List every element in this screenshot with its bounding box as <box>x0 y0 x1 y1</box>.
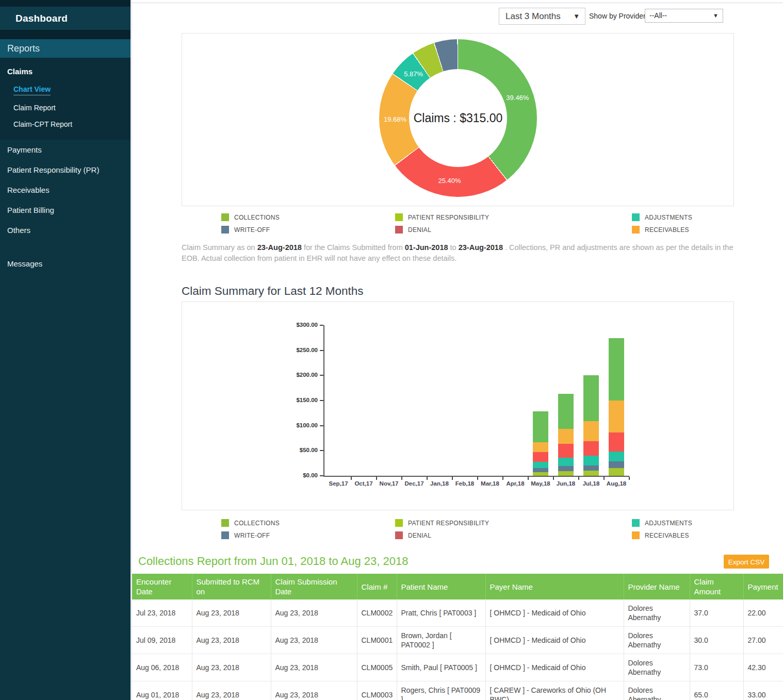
cell-provider-name: Dolores Abernathy <box>624 654 690 681</box>
legend-label: DENIAL <box>408 532 431 539</box>
table-row: Jul 23, 2018Aug 23, 2018Aug 23, 2018CLM0… <box>132 599 783 627</box>
sidebar-item-receivables[interactable]: Receivables <box>0 180 130 200</box>
note-text: for the Claims Submitted from <box>302 243 405 252</box>
legend-label: COLLECTIONS <box>234 520 280 527</box>
cell-encounter-date: Aug 01, 2018 <box>132 681 192 700</box>
legend-label: PATIENT RESPONSIBILITY <box>408 520 489 527</box>
cell-payer-name: [ CAREW ] - Careworks of Ohio (OH BWC) <box>485 681 624 700</box>
cell-patient-name: Smith, Paul [ PAT0005 ] <box>397 654 485 681</box>
bar-may-18-patient-responsibility[interactable] <box>533 472 548 476</box>
bar-may-18-collections[interactable] <box>533 411 548 442</box>
x-tick <box>376 477 377 480</box>
bar-may-18-denial[interactable] <box>533 452 548 461</box>
sidebar-item-payments[interactable]: Payments <box>0 140 130 160</box>
legend-label: WRITE-OFF <box>234 532 270 539</box>
bar-jul-18-receivables[interactable] <box>583 421 599 441</box>
note-date: 23-Aug-2018 <box>459 243 503 252</box>
y-tick-label: $250.00 <box>287 347 318 353</box>
x-tick-label: Mar,18 <box>481 480 499 487</box>
bar-aug-18-collections[interactable] <box>609 338 624 401</box>
sidebar-top-strip <box>0 0 130 7</box>
cell-claim-amount: 73.0 <box>690 654 743 681</box>
export-csv-button[interactable]: Export CSV <box>724 555 769 569</box>
bar-jun-18-collections[interactable] <box>558 394 574 429</box>
cell-claim: CLM0003 <box>357 681 397 700</box>
sidebar-section-reports[interactable]: Reports <box>0 39 130 58</box>
chart-view-link[interactable]: Chart View <box>13 85 51 95</box>
x-tick-label: Jan,18 <box>430 480 449 487</box>
legend-item-adjustments: ADJUSTMENTS <box>632 213 692 221</box>
sidebar-item-patient-responsibility[interactable]: Patient Responsibility (PR) <box>0 160 130 180</box>
sidebar-item-claim-report[interactable]: Claim Report <box>0 99 130 116</box>
legend-label: RECEIVABLES <box>645 532 689 539</box>
claim-summary-bar-chart[interactable]: $0.00$50.00$100.00$150.00$200.00$250.00$… <box>182 302 734 510</box>
x-tick <box>502 477 503 480</box>
cell-payment: 42.30 <box>743 654 783 681</box>
sidebar-item-claim-cpt-report[interactable]: Claim-CPT Report <box>0 116 130 132</box>
sidebar-item-dashboard[interactable]: Dashboard <box>0 7 130 30</box>
legend-item-collections: COLLECTIONS <box>221 213 280 221</box>
note-text: to <box>448 243 459 252</box>
x-tick-label: Nov,17 <box>380 480 399 487</box>
x-tick-label: Dec,17 <box>404 480 423 487</box>
bar-jul-18-denial[interactable] <box>583 441 599 456</box>
bar-jun-18-denial[interactable] <box>558 444 574 458</box>
y-tick <box>320 400 323 401</box>
bar-aug-18-adjustments[interactable] <box>609 452 624 461</box>
bar-may-18-receivables[interactable] <box>533 442 548 452</box>
y-tick-label: $150.00 <box>287 397 318 403</box>
cell-claim-amount: 37.0 <box>690 599 743 627</box>
table-header-row: Encounter DateSubmitted to RCM onClaim S… <box>132 574 783 599</box>
provider-dropdown[interactable]: --All-- ▼ <box>645 9 723 23</box>
cell-payment: 27.00 <box>743 627 783 654</box>
cell-submitted-to-rcm-on: Aug 23, 2018 <box>192 654 271 681</box>
bar-jul-18-adjustments[interactable] <box>583 456 599 465</box>
bar-aug-18-receivables[interactable] <box>609 401 624 432</box>
cell-claim-submission-date: Aug 23, 2018 <box>271 627 357 654</box>
bar-jul-18-collections[interactable] <box>583 375 599 421</box>
column-header-claim: Claim # <box>357 574 397 599</box>
bar-aug-18-write-off[interactable] <box>609 461 624 469</box>
cell-provider-name: Dolores Abernathy <box>624 681 690 700</box>
cell-encounter-date: Jul 23, 2018 <box>132 599 192 627</box>
donut-legend: COLLECTIONSPATIENT RESPONSIBILITYADJUSTM… <box>132 213 783 240</box>
cell-submitted-to-rcm-on: Aug 23, 2018 <box>192 681 271 700</box>
cell-submitted-to-rcm-on: Aug 23, 2018 <box>192 599 271 627</box>
table-row: Aug 06, 2018Aug 23, 2018Aug 23, 2018CLM0… <box>132 654 783 681</box>
sidebar-item-others[interactable]: Others <box>0 220 130 240</box>
bar-aug-18-denial[interactable] <box>609 432 624 452</box>
bar-jun-18-write-off[interactable] <box>558 466 574 472</box>
y-tick <box>320 475 323 476</box>
sidebar-item-messages[interactable]: Messages <box>0 254 130 274</box>
sidebar-item-chart-view[interactable]: Chart View <box>0 81 130 99</box>
y-tick <box>320 450 323 451</box>
x-tick <box>528 477 529 480</box>
column-header-payer-name: Payer Name <box>485 574 624 599</box>
period-dropdown[interactable]: Last 3 Months ▼ <box>499 8 585 25</box>
bar-may-18-write-off[interactable] <box>533 468 548 472</box>
x-tick <box>629 477 630 480</box>
chevron-down-icon: ▼ <box>713 9 719 22</box>
bar-jul-18-write-off[interactable] <box>583 465 599 471</box>
bar-jun-18-patient-responsibility[interactable] <box>558 471 574 476</box>
note-date: 23-Aug-2018 <box>257 243 302 252</box>
cell-patient-name: Pratt, Chris [ PAT0003 ] <box>397 599 485 627</box>
sidebar-item-patient-billing[interactable]: Patient Billing <box>0 200 130 220</box>
collections-swatch <box>221 213 229 221</box>
cell-claim: CLM0002 <box>357 599 397 627</box>
cell-encounter-date: Jul 09, 2018 <box>132 627 192 654</box>
adjustments-swatch <box>632 213 640 221</box>
bar-jun-18-adjustments[interactable] <box>558 458 574 466</box>
collections-report-title: Collections Report from Jun 01, 2018 to … <box>138 555 408 568</box>
provider-label: Show by Provider <box>589 12 646 20</box>
x-tick <box>477 477 478 480</box>
x-tick-label: May,18 <box>531 480 550 487</box>
sidebar-item-claims[interactable]: Claims <box>0 63 130 81</box>
y-tick-label: $50.00 <box>287 447 318 453</box>
claims-donut-chart[interactable]: 39.46%25.40%19.68%5.87%Claims : $315.00 <box>379 39 537 197</box>
bar-may-18-adjustments[interactable] <box>533 462 548 469</box>
bar-jun-18-receivables[interactable] <box>558 429 574 443</box>
bar-jul-18-patient-responsibility[interactable] <box>583 471 599 476</box>
legend-label: PATIENT RESPONSIBILITY <box>408 214 489 221</box>
bar-aug-18-patient-responsibility[interactable] <box>609 468 624 476</box>
